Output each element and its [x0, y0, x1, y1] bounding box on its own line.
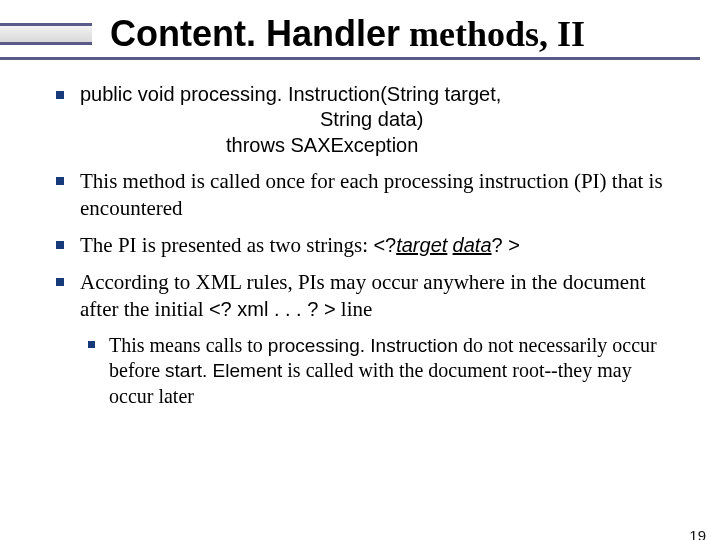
slide-title: Content. Handler methods, II: [110, 14, 585, 55]
bullet-4-text: According to XML rules, PIs may occur an…: [80, 269, 676, 323]
slide-body: public void processing. Instruction(Stri…: [56, 82, 676, 410]
page-number: 19: [689, 527, 706, 540]
b3-data: data: [453, 234, 492, 256]
method-sig-line2: String data): [80, 107, 676, 133]
slide: Content. Handler methods, II public void…: [0, 14, 720, 540]
b3-target: target: [396, 234, 447, 256]
b4a-se: start. Element: [165, 360, 282, 381]
bullet-3-text: The PI is presented as two strings: <?ta…: [80, 232, 676, 259]
title-accent-bar: [0, 23, 92, 45]
title-underline: [0, 57, 700, 60]
bullet-square-icon: [88, 341, 95, 348]
b3-open: <?: [373, 234, 396, 256]
bullet-4a-text: This means calls to processing. Instruct…: [109, 333, 676, 410]
bullet-2-text: This method is called once for each proc…: [80, 168, 676, 222]
b4a-pi: processing. Instruction: [268, 335, 458, 356]
bullet-3: The PI is presented as two strings: <?ta…: [56, 232, 676, 259]
method-sig-line1: public void processing. Instruction(Stri…: [80, 82, 676, 108]
bullet-square-icon: [56, 91, 64, 99]
b4a-pre: This means calls to: [109, 334, 268, 356]
bullet-1: public void processing. Instruction(Stri…: [56, 82, 676, 159]
title-part-bold: Content. Handler: [110, 13, 400, 54]
bullet-4: According to XML rules, PIs may occur an…: [56, 269, 676, 323]
bullet-square-icon: [56, 278, 64, 286]
title-part-plain: methods, II: [400, 14, 585, 54]
bullet-square-icon: [56, 241, 64, 249]
bullet-1-text: public void processing. Instruction(Stri…: [80, 82, 676, 159]
bullet-4a: This means calls to processing. Instruct…: [88, 333, 676, 410]
bullet-2: This method is called once for each proc…: [56, 168, 676, 222]
bullet-square-icon: [56, 177, 64, 185]
title-row: Content. Handler methods, II: [0, 14, 720, 55]
method-sig-line3: throws SAXException: [80, 133, 676, 159]
b4-xml: <? xml . . . ? >: [209, 298, 336, 320]
b3-pre: The PI is presented as two strings:: [80, 233, 373, 257]
b3-close: ? >: [492, 234, 520, 256]
b4-post: line: [336, 297, 373, 321]
